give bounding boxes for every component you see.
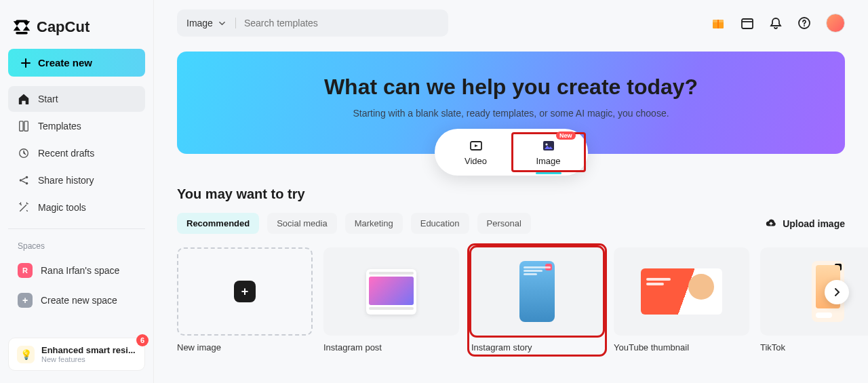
plus-icon: +	[234, 281, 256, 302]
magic-icon	[18, 201, 30, 214]
scroll-right-button[interactable]	[825, 280, 849, 304]
capcut-logo-icon	[12, 18, 31, 37]
svg-rect-2	[20, 121, 23, 131]
upload-image-button[interactable]: Upload image	[765, 218, 845, 230]
create-new-button[interactable]: Create new	[8, 49, 145, 77]
plus-icon: +	[18, 293, 33, 308]
search-type-dropdown[interactable]: Image	[186, 18, 236, 28]
svg-point-5	[20, 179, 22, 182]
card-instagram-post[interactable]: Instagram post	[323, 247, 459, 352]
sidebar-item-magic-tools[interactable]: Magic tools	[8, 195, 145, 220]
svg-point-6	[26, 176, 28, 179]
cloud-upload-icon	[765, 218, 777, 230]
app-logo[interactable]: CapCut	[8, 12, 145, 49]
top-actions	[711, 14, 845, 33]
svg-rect-0	[16, 20, 28, 23]
calendar-icon[interactable]	[741, 16, 754, 30]
chip-social-media[interactable]: Social media	[267, 213, 336, 234]
chevron-right-icon	[832, 287, 842, 297]
divider	[8, 228, 145, 229]
card-instagram-story[interactable]: Instagram story	[469, 245, 605, 355]
section-title: You may want to try	[177, 186, 845, 202]
lightbulb-icon: 💡	[17, 346, 35, 363]
svg-rect-11	[742, 19, 753, 28]
search-bar[interactable]: Image	[177, 9, 448, 37]
sidebar: CapCut Create new Start Templates Recent…	[0, 0, 154, 383]
chip-personal[interactable]: Personal	[477, 213, 531, 234]
new-badge: New	[556, 132, 576, 140]
user-avatar[interactable]	[826, 14, 845, 33]
video-icon	[469, 138, 484, 153]
plus-icon	[20, 58, 31, 68]
svg-point-7	[26, 182, 28, 185]
card-new-image[interactable]: + New image	[177, 247, 313, 352]
create-tabs: Video New Image	[435, 129, 588, 176]
create-new-space[interactable]: + Create new space	[8, 286, 145, 315]
space-avatar: R	[18, 263, 33, 278]
clock-icon	[18, 147, 30, 159]
svg-rect-3	[24, 121, 28, 131]
sidebar-item-templates[interactable]: Templates	[8, 113, 145, 139]
svg-rect-10	[717, 20, 719, 28]
search-input[interactable]	[236, 18, 439, 28]
svg-rect-1	[16, 32, 28, 35]
svg-point-16	[545, 143, 547, 145]
image-icon	[541, 138, 556, 153]
chip-marketing[interactable]: Marketing	[345, 213, 403, 234]
sidebar-item-share-history[interactable]: Share history	[8, 167, 145, 193]
gift-icon[interactable]	[711, 16, 726, 31]
tab-video[interactable]: Video	[439, 134, 513, 170]
bell-icon[interactable]	[769, 16, 783, 30]
filter-chips: Recommended Social media Marketing Educa…	[177, 213, 845, 234]
notification-badge: 6	[136, 334, 149, 346]
topbar: Image	[177, 9, 845, 37]
hero-title: What can we help you create today?	[191, 75, 831, 100]
space-item[interactable]: R Rana Irfan's space	[8, 256, 145, 285]
card-tiktok[interactable]: TikTok	[760, 247, 868, 352]
home-icon	[18, 93, 30, 105]
hero-banner: What can we help you create today? Start…	[177, 52, 845, 154]
share-icon	[18, 174, 30, 186]
tab-image[interactable]: New Image	[511, 132, 586, 172]
sidebar-item-start[interactable]: Start	[8, 86, 145, 112]
hero-subtitle: Starting with a blank slate, ready templ…	[191, 108, 831, 119]
spaces-heading: Spaces	[8, 236, 145, 256]
templates-icon	[18, 120, 30, 132]
main-content: Image What can we help you create today?…	[154, 0, 868, 383]
chip-recommended[interactable]: Recommended	[177, 213, 259, 234]
chevron-down-icon	[218, 20, 226, 27]
svg-point-13	[804, 25, 805, 26]
chip-education[interactable]: Education	[411, 213, 469, 234]
enhanced-smart-resize-card[interactable]: 💡 Enhanced smart resi... New features 6	[8, 338, 145, 371]
app-name: CapCut	[37, 18, 90, 36]
template-cards: + New image Instagram post Instagram sto…	[177, 247, 845, 352]
sidebar-item-recent-drafts[interactable]: Recent drafts	[8, 140, 145, 166]
help-icon[interactable]	[797, 16, 811, 30]
card-youtube-thumbnail[interactable]: YouTube thumbnail	[614, 247, 749, 352]
